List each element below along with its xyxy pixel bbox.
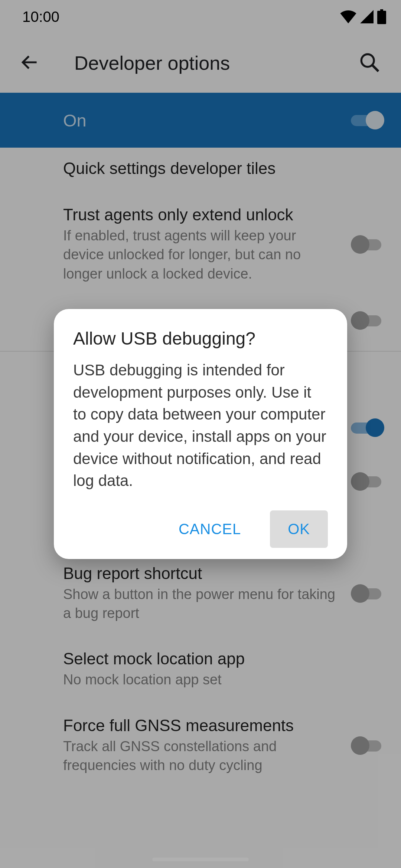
gesture-nav-pill[interactable] — [152, 858, 249, 861]
ok-button[interactable]: OK — [270, 510, 328, 548]
dialog-scrim[interactable]: Allow USB debugging? USB debugging is in… — [0, 0, 401, 868]
dialog-title: Allow USB debugging? — [73, 328, 328, 349]
dialog-body: USB debugging is intended for developmen… — [73, 359, 328, 492]
cancel-button[interactable]: CANCEL — [164, 510, 255, 548]
usb-debugging-dialog: Allow USB debugging? USB debugging is in… — [54, 309, 347, 559]
screen: 10:00 Developer options On — [0, 0, 401, 868]
dialog-actions: CANCEL OK — [73, 510, 328, 548]
